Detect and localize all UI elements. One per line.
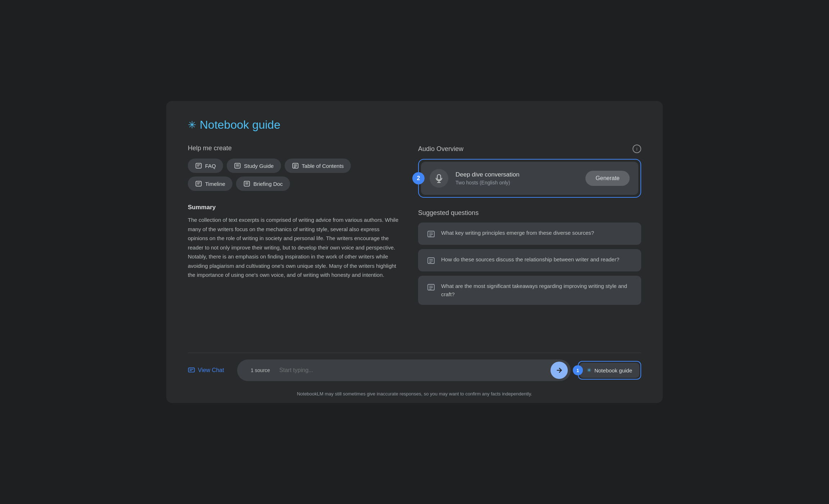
- bottom-bar: View Chat 1 source 1 ✳ Notebook guide: [188, 353, 641, 388]
- action-buttons-row-2: Timeline Briefing Doc: [188, 177, 401, 191]
- suggestion-text-3: What are the most significant takeaways …: [441, 282, 633, 298]
- right-panel: Audio Overview i 2 Deep dive c: [418, 145, 641, 341]
- notebook-guide-btn-wrapper: 1 ✳ Notebook guide: [578, 361, 641, 380]
- bottom-disclaimer: NotebookLM may still sometimes give inac…: [188, 388, 641, 403]
- audio-card: Deep dive conversation Two hosts (Englis…: [421, 162, 638, 195]
- svg-rect-13: [244, 181, 250, 186]
- app-title-text: Notebook guide: [200, 118, 280, 132]
- input-row: 1 source: [237, 359, 571, 381]
- audio-overview-header: Audio Overview i: [418, 145, 641, 153]
- svg-rect-3: [235, 163, 240, 168]
- audio-card-icon: [430, 169, 448, 188]
- view-chat-button[interactable]: View Chat: [188, 367, 230, 374]
- generate-button[interactable]: Generate: [585, 171, 630, 186]
- notebook-guide-icon: ✳: [587, 367, 592, 374]
- audio-card-title: Deep dive conversation: [456, 171, 578, 178]
- suggestion-card-1[interactable]: What key writing principles emerge from …: [418, 223, 641, 245]
- left-panel: Help me create FAQ: [188, 145, 401, 341]
- step1-badge: 1: [573, 365, 583, 375]
- study-guide-button[interactable]: Study Guide: [227, 159, 281, 173]
- svg-rect-10: [196, 181, 201, 186]
- app-title-icon: ✳: [188, 120, 196, 130]
- suggestion-card-3[interactable]: What are the most significant takeaways …: [418, 276, 641, 305]
- help-me-create-label: Help me create: [188, 145, 401, 152]
- suggestion-text-2: How do these sources discuss the relatio…: [441, 256, 619, 264]
- main-content: Help me create FAQ: [188, 145, 641, 341]
- table-of-contents-button[interactable]: Table of Contents: [285, 159, 351, 173]
- summary-text: The collection of text excerpts is compr…: [188, 215, 401, 280]
- summary-section: Summary The collection of text excerpts …: [188, 204, 401, 280]
- send-button[interactable]: [551, 362, 568, 379]
- info-icon[interactable]: i: [633, 145, 641, 153]
- app-title-bar: ✳ Notebook guide: [188, 118, 641, 132]
- summary-title: Summary: [188, 204, 401, 211]
- audio-card-wrapper: 2 Deep dive conversation Two hosts (Engl…: [418, 159, 641, 198]
- audio-card-info: Deep dive conversation Two hosts (Englis…: [456, 171, 578, 185]
- step2-badge: 2: [412, 172, 425, 184]
- suggestion-card-2[interactable]: How do these sources discuss the relatio…: [418, 249, 641, 271]
- audio-card-subtitle: Two hosts (English only): [456, 180, 578, 185]
- app-window: ✳ Notebook guide Help me create FAQ: [166, 101, 663, 403]
- svg-rect-31: [189, 368, 195, 372]
- chat-input[interactable]: [279, 367, 548, 374]
- source-badge[interactable]: 1 source: [244, 364, 277, 377]
- briefing-doc-button[interactable]: Briefing Doc: [236, 177, 290, 191]
- timeline-button[interactable]: Timeline: [188, 177, 232, 191]
- svg-rect-0: [196, 163, 201, 168]
- suggestion-text-1: What key writing principles emerge from …: [441, 229, 594, 237]
- action-buttons-row: FAQ Study Guide: [188, 159, 401, 173]
- audio-overview-title: Audio Overview: [418, 145, 463, 153]
- notebook-guide-button[interactable]: ✳ Notebook guide: [580, 363, 639, 378]
- svg-rect-16: [437, 175, 440, 180]
- suggested-questions-title: Suggested questions: [418, 209, 641, 217]
- faq-button[interactable]: FAQ: [188, 159, 223, 173]
